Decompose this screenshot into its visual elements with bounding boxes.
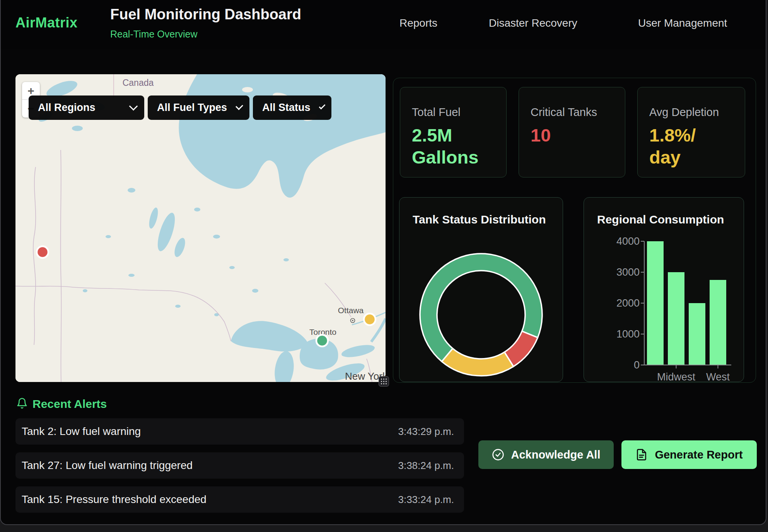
- svg-text:3000: 3000: [616, 266, 640, 278]
- map-marker-normal[interactable]: [316, 335, 328, 346]
- alert-row[interactable]: Tank 27: Low fuel warning triggered 3:38…: [15, 452, 464, 479]
- svg-text:1000: 1000: [616, 328, 640, 340]
- map-filter-bar: All Regions All Fuel Types All Status: [29, 95, 331, 120]
- kpi-critical-tanks: Critical Tanks 10: [519, 87, 625, 177]
- report-file-icon: [635, 448, 648, 461]
- alerts-section-title: Recent Alerts: [32, 397, 107, 411]
- kpi-label: Critical Tanks: [531, 106, 614, 119]
- kpi-value: 1.8%/ day: [649, 124, 734, 169]
- svg-text:4000: 4000: [616, 235, 640, 247]
- brand-logo: AirMatrix: [15, 15, 78, 31]
- generate-report-button[interactable]: Generate Report: [621, 440, 757, 469]
- fuel-type-filter-dropdown[interactable]: All Fuel Types: [148, 95, 249, 120]
- region-filter-dropdown[interactable]: All Regions: [29, 95, 144, 120]
- button-label: Generate Report: [655, 448, 742, 461]
- status-filter-value: All Status: [262, 102, 311, 114]
- kpi-label: Total Fuel: [412, 106, 495, 119]
- app-header: AirMatrix Fuel Monitoring Dashboard Real…: [1, 0, 766, 49]
- kpi-value: 10: [531, 124, 614, 146]
- page-title: Fuel Monitoring Dashboard: [110, 6, 301, 23]
- resize-handle-icon[interactable]: [379, 376, 389, 387]
- svg-text:Midwest: Midwest: [657, 371, 696, 382]
- fuel-type-filter-value: All Fuel Types: [157, 102, 227, 114]
- kpi-value: 2.5M Gallons: [412, 124, 495, 169]
- kpi-avg-depletion: Avg Depletion 1.8%/ day: [637, 87, 745, 177]
- region-filter-value: All Regions: [38, 102, 96, 114]
- map-marker-warning[interactable]: [364, 314, 375, 325]
- tank-status-card: Tank Status Distribution: [399, 197, 563, 382]
- svg-text:0: 0: [634, 359, 640, 371]
- kpi-total-fuel: Total Fuel 2.5M Gallons: [400, 87, 507, 177]
- alert-message: Tank 15: Pressure threshold exceeded: [22, 493, 207, 506]
- dashboard-window: AirMatrix Fuel Monitoring Dashboard Real…: [0, 0, 766, 525]
- alert-row[interactable]: Tank 15: Pressure threshold exceeded 3:3…: [15, 486, 464, 513]
- alert-time: 3:33:24 p.m.: [398, 494, 454, 506]
- check-circle-icon: [492, 448, 504, 461]
- nav-user-management[interactable]: User Management: [638, 17, 727, 29]
- fuel-map[interactable]: Canada Ottawa Toronto New York + − All R…: [15, 74, 386, 382]
- nav-disaster-recovery[interactable]: Disaster Recovery: [489, 17, 577, 29]
- svg-text:2000: 2000: [616, 297, 640, 309]
- map-marker-critical[interactable]: [37, 246, 48, 258]
- status-filter-dropdown[interactable]: All Status: [253, 95, 331, 120]
- map-label-canada: Canada: [123, 78, 154, 88]
- bell-icon: [16, 397, 28, 410]
- acknowledge-all-button[interactable]: Acknowledge All: [478, 440, 614, 469]
- chevron-down-icon: [319, 103, 325, 109]
- alert-time: 3:38:24 p.m.: [398, 460, 454, 472]
- map-label-ottawa: Ottawa: [338, 306, 364, 315]
- chevron-down-icon: [129, 102, 138, 111]
- alert-row[interactable]: Tank 2: Low fuel warning 3:43:29 p.m.: [15, 418, 464, 445]
- chevron-down-icon: [236, 102, 243, 110]
- alert-message: Tank 27: Low fuel warning triggered: [22, 459, 193, 472]
- tank-status-donut-chart: [399, 198, 563, 382]
- map-canvas: Canada Ottawa Toronto New York: [15, 74, 386, 382]
- regional-consumption-bar-chart: 01000200030004000MidwestWest: [584, 198, 744, 382]
- kpi-label: Avg Depletion: [649, 106, 734, 119]
- button-label: Acknowledge All: [511, 448, 601, 461]
- page-subtitle: Real-Time Overview: [110, 29, 198, 40]
- svg-text:West: West: [706, 371, 730, 382]
- regional-consumption-card: Regional Consumption 01000200030004000Mi…: [584, 197, 744, 382]
- nav-reports[interactable]: Reports: [399, 17, 437, 29]
- alert-message: Tank 2: Low fuel warning: [22, 425, 141, 438]
- alert-time: 3:43:29 p.m.: [398, 426, 454, 438]
